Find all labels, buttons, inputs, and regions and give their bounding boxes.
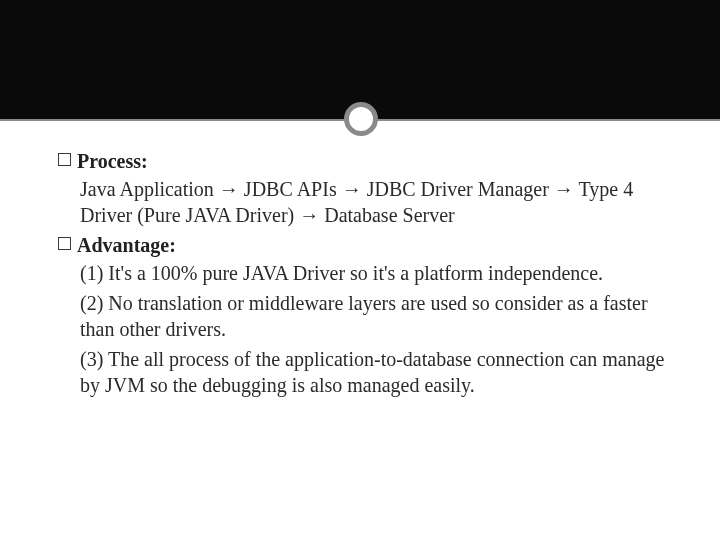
bullet-process: Process: <box>58 148 668 174</box>
advantage-point-1: (1) It's a 100% pure JAVA Driver so it's… <box>80 260 668 286</box>
ring-ornament-icon <box>344 102 378 136</box>
bullet-advantage: Advantage: <box>58 232 668 258</box>
slide: Process: Java Application → JDBC APIs → … <box>0 0 720 540</box>
process-body: Java Application → JDBC APIs → JDBC Driv… <box>80 176 668 228</box>
advantage-point-2: (2) No translation or middleware layers … <box>80 290 668 342</box>
process-label: Process: <box>77 148 148 174</box>
advantage-label: Advantage: <box>77 232 176 258</box>
content-area: Process: Java Application → JDBC APIs → … <box>58 148 668 402</box>
square-bullet-icon <box>58 237 71 250</box>
square-bullet-icon <box>58 153 71 166</box>
advantage-point-3: (3) The all process of the application-t… <box>80 346 668 398</box>
